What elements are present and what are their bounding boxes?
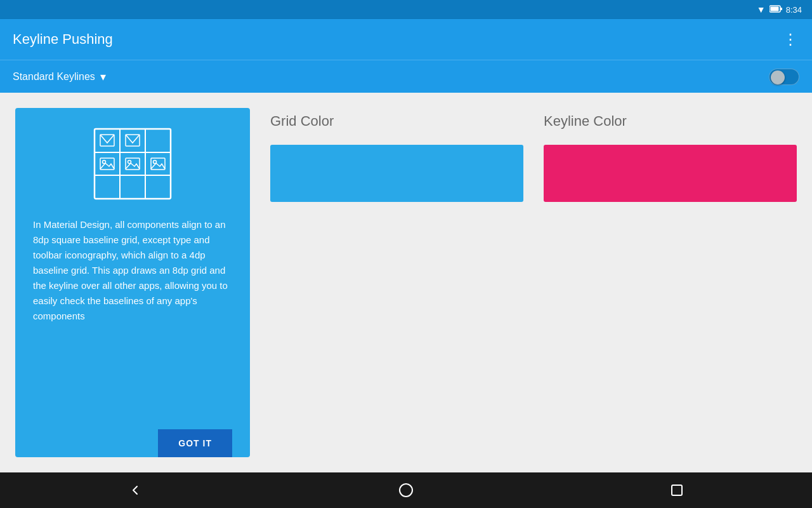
- main-content: In Material Design, all components align…: [0, 93, 812, 472]
- keyline-toggle[interactable]: [769, 69, 799, 85]
- toolbar-dropdown[interactable]: Standard Keylines ▾: [13, 70, 106, 84]
- more-options-icon[interactable]: ⋮: [783, 30, 799, 48]
- svg-rect-9: [126, 135, 140, 146]
- status-icons: ▼ 8:34: [757, 4, 802, 15]
- got-it-button[interactable]: GOT IT: [158, 429, 232, 457]
- svg-rect-2: [770, 6, 778, 11]
- svg-rect-8: [100, 135, 114, 146]
- info-description: In Material Design, all components align…: [33, 217, 232, 324]
- material-design-grid-icon: [91, 126, 174, 202]
- battery-icon: [769, 4, 782, 15]
- home-button[interactable]: [387, 476, 425, 504]
- nav-bar: [0, 472, 812, 508]
- keyline-color-block: Keyline Color: [544, 113, 797, 457]
- toolbar: Standard Keylines ▾: [0, 60, 812, 93]
- wifi-icon: ▼: [757, 4, 766, 15]
- svg-rect-1: [780, 8, 782, 10]
- svg-rect-17: [672, 485, 682, 495]
- back-button[interactable]: [116, 476, 154, 504]
- recents-button[interactable]: [658, 476, 696, 504]
- got-it-container: GOT IT: [33, 429, 232, 457]
- svg-rect-10: [100, 158, 114, 170]
- app-bar: Keyline Pushing ⋮: [0, 19, 812, 60]
- grid-color-label: Grid Color: [270, 113, 523, 130]
- chevron-down-icon: ▾: [100, 70, 106, 84]
- info-card: In Material Design, all components align…: [15, 108, 250, 457]
- status-time: 8:34: [786, 5, 802, 15]
- toggle-knob: [771, 70, 785, 84]
- grid-color-block: Grid Color: [270, 113, 523, 457]
- color-section: Grid Color Keyline Color: [270, 108, 797, 457]
- grid-icon-container: [33, 126, 232, 202]
- svg-rect-14: [151, 158, 165, 170]
- dropdown-label: Standard Keylines: [13, 71, 95, 83]
- keyline-color-swatch[interactable]: [544, 145, 797, 202]
- status-bar: ▼ 8:34: [0, 0, 812, 19]
- svg-point-16: [400, 484, 412, 497]
- app-title: Keyline Pushing: [13, 31, 113, 48]
- keyline-color-label: Keyline Color: [544, 113, 797, 130]
- grid-color-swatch[interactable]: [270, 145, 523, 202]
- svg-rect-12: [126, 158, 140, 170]
